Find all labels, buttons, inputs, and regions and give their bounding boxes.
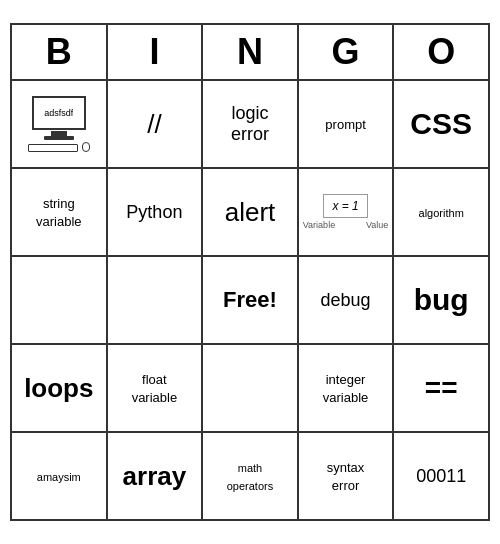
bingo-header-B: B (11, 24, 107, 80)
value-label: Value (366, 220, 388, 230)
variable-label: Variable (303, 220, 335, 230)
equation-cell: x = 1 Variable Value (303, 194, 389, 230)
bingo-header-N: N (202, 24, 298, 80)
keyboard-mouse-row (28, 142, 90, 152)
cell-text: algorithm (419, 207, 464, 219)
cell-text: array (123, 461, 187, 491)
cell-text: stringvariable (36, 196, 82, 229)
cell-r4-c0: amaysim (11, 432, 107, 520)
cell-r3-c2 (202, 344, 298, 432)
computer-cell: adsfsdf (16, 96, 102, 152)
cell-r2-c0 (11, 256, 107, 344)
cell-text: mathoperators (227, 462, 273, 492)
cell-r3-c1: floatvariable (107, 344, 203, 432)
cell-r3-c0: loops (11, 344, 107, 432)
cell-r1-c3: x = 1 Variable Value (298, 168, 394, 256)
cell-r0-c3: prompt (298, 80, 394, 168)
cell-r0-c2: logicerror (202, 80, 298, 168)
cell-text: alert (225, 197, 276, 227)
cell-text: Python (126, 202, 182, 222)
computer-mouse (82, 142, 90, 152)
cell-text: debug (321, 290, 371, 310)
bingo-header-G: G (298, 24, 394, 80)
cell-r4-c2: mathoperators (202, 432, 298, 520)
equation-labels: Variable Value (303, 220, 389, 230)
free-cell: Free! (223, 287, 277, 312)
cell-r2-c2: Free! (202, 256, 298, 344)
cell-text: CSS (410, 107, 472, 140)
cell-text: prompt (325, 117, 365, 132)
computer-keyboard (28, 144, 78, 152)
cell-r4-c4: 00011 (393, 432, 489, 520)
cell-r2-c4: bug (393, 256, 489, 344)
cell-r1-c0: stringvariable (11, 168, 107, 256)
bingo-header-O: O (393, 24, 489, 80)
bingo-card: BINGO adsfsdf //logicerrorpromptCSSstrin… (10, 23, 490, 521)
cell-text: loops (24, 373, 93, 403)
cell-text: logicerror (231, 103, 269, 144)
cell-text: floatvariable (132, 372, 178, 405)
cell-text: bug (414, 283, 469, 316)
cell-text: integervariable (323, 372, 369, 405)
cell-r2-c3: debug (298, 256, 394, 344)
cell-r2-c1 (107, 256, 203, 344)
cell-r1-c4: algorithm (393, 168, 489, 256)
cell-r3-c3: integervariable (298, 344, 394, 432)
equation-box: x = 1 (323, 194, 367, 218)
cell-r4-c1: array (107, 432, 203, 520)
cell-text: syntaxerror (327, 460, 365, 493)
computer-screen: adsfsdf (32, 96, 86, 130)
cell-r1-c1: Python (107, 168, 203, 256)
cell-r3-c4: == (393, 344, 489, 432)
cell-text: 00011 (416, 466, 466, 486)
cell-r0-c0: adsfsdf (11, 80, 107, 168)
equation-text: x = 1 (332, 199, 358, 213)
cell-text: // (147, 109, 161, 139)
cell-text: amaysim (37, 471, 81, 483)
cell-text: == (425, 372, 458, 403)
cell-r4-c3: syntaxerror (298, 432, 394, 520)
cell-r0-c4: CSS (393, 80, 489, 168)
computer-screen-text: adsfsdf (44, 108, 73, 118)
cell-r0-c1: // (107, 80, 203, 168)
bingo-header-I: I (107, 24, 203, 80)
computer-base (44, 136, 74, 140)
cell-r1-c2: alert (202, 168, 298, 256)
